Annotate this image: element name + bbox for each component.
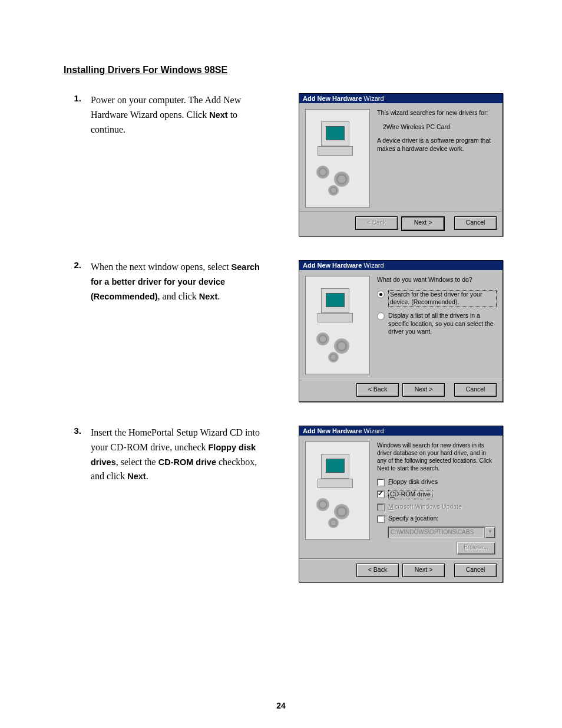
step-1-row: 1. Power on your computer. The Add New H… (64, 93, 503, 236)
step-1-text: Power on your computer. The Add New Hard… (91, 93, 262, 137)
next-button[interactable]: Next > (402, 564, 445, 577)
d2-opt2: Display a list of all the drivers in a s… (388, 312, 497, 336)
step-2-t2: , and click (158, 291, 199, 301)
d1-line2: A device driver is a software program th… (377, 137, 497, 153)
checkbox-icon (377, 503, 385, 511)
title-bold: Add New Hardware (303, 95, 362, 102)
title-bold-2: Add New Hardware (303, 262, 362, 269)
checkbox-icon (377, 490, 385, 498)
step-3-b3: Next (127, 472, 146, 481)
dialog-3: Add New Hardware Wizard Windows will sea… (299, 426, 503, 582)
combo-arrow-icon: ▼ (485, 526, 495, 538)
step-2-number: 2. (64, 260, 91, 270)
d2-prompt: What do you want Windows to do? (377, 276, 497, 284)
dialog-3-titlebar: Add New Hardware Wizard (299, 426, 503, 436)
title-thin-2: Wizard (362, 262, 384, 269)
radio-display-list[interactable]: Display a list of all the drivers in a s… (377, 312, 497, 336)
step-3-row: 3. Insert the HomePortal Setup Wizard CD… (64, 426, 503, 582)
next-button[interactable]: Next > (402, 383, 445, 397)
d3-intro: Windows will search for new drivers in i… (377, 442, 497, 472)
location-input: C:\WINDOWS\OPTIONS\CABS (388, 526, 485, 538)
checkbox-winupdate: Microsoft Windows Update (377, 503, 497, 511)
step-2-row: 2. When the next window opens, select Se… (64, 260, 503, 402)
step-1-b1: Next (209, 110, 227, 120)
step-1-number: 1. (64, 93, 91, 103)
dialog-2: Add New Hardware Wizard What do you want… (299, 260, 503, 402)
step-3-b2: CD-ROM drive (158, 457, 216, 467)
step-2-text: When the next window opens, select Searc… (91, 260, 262, 304)
wizard-graphic-icon (305, 276, 370, 374)
cancel-button[interactable]: Cancel (454, 564, 497, 577)
step-3-number: 3. (64, 426, 91, 436)
step-2-b2: Next (199, 292, 217, 301)
step-2-t3: . (217, 291, 220, 301)
wizard-graphic-icon (305, 109, 370, 207)
d1-device: 2Wire Wireless PC Card (377, 123, 497, 131)
radio-search-best[interactable]: Search for the best driver for your devi… (377, 290, 497, 307)
dialog-2-titlebar: Add New Hardware Wizard (299, 261, 503, 270)
title-bold-3: Add New Hardware (303, 427, 362, 434)
d1-line1: This wizard searches for new drivers for… (377, 109, 497, 117)
checkbox-icon (377, 479, 385, 486)
browse-button: Browse... (457, 542, 495, 555)
checkbox-specify-location[interactable]: Specify a location: (377, 515, 497, 523)
checkbox-floppy[interactable]: Floppy disk drives (377, 478, 497, 486)
page-number: 24 (0, 701, 562, 710)
radio-icon (377, 291, 385, 298)
dialog-1-titlebar: Add New Hardware Wizard (299, 94, 503, 103)
dialog-1: Add New Hardware Wizard This wizard sear… (299, 93, 503, 236)
step-2-t1: When the next window opens, select (91, 262, 232, 272)
back-button: < Back (355, 216, 398, 230)
title-thin-3: Wizard (362, 427, 384, 434)
checkbox-icon (377, 515, 385, 523)
cancel-button[interactable]: Cancel (454, 216, 497, 230)
back-button[interactable]: < Back (356, 564, 399, 577)
d2-opt1: Search for the best driver for your devi… (388, 290, 497, 307)
step-3-t2: , select the (116, 457, 158, 467)
d3-floppy-rest: loppy disk drives (392, 478, 438, 485)
wizard-graphic-icon (305, 442, 370, 540)
checkbox-cdrom[interactable]: CD-ROM drive (377, 490, 497, 499)
section-heading: Installing Drivers For Windows 98SE (64, 65, 503, 75)
radio-icon (377, 312, 385, 320)
back-button[interactable]: < Back (356, 383, 399, 397)
next-button[interactable]: Next > (401, 216, 445, 231)
step-3-t4: . (146, 471, 148, 481)
title-thin: Wizard (362, 95, 384, 102)
cancel-button[interactable]: Cancel (454, 383, 497, 397)
step-3-text: Insert the HomePortal Setup Wizard CD in… (91, 426, 262, 484)
